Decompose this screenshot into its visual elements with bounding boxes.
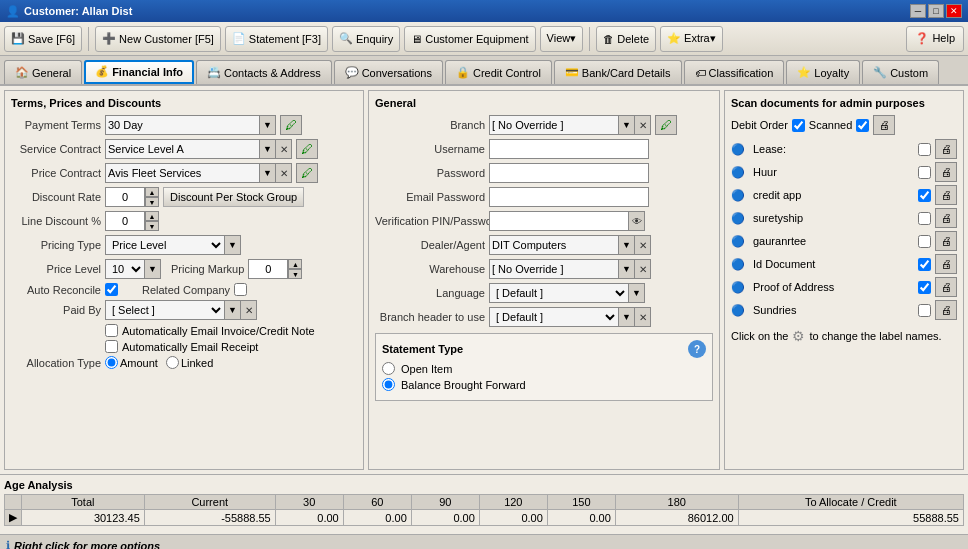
discount-rate-down[interactable]: ▼ bbox=[145, 197, 159, 207]
id-document-checkbox[interactable] bbox=[918, 258, 931, 271]
tab-contacts[interactable]: 📇 Contacts & Address bbox=[196, 60, 332, 84]
email-password-input[interactable] bbox=[489, 187, 649, 207]
open-item-radio[interactable] bbox=[382, 362, 395, 375]
maximize-btn[interactable]: □ bbox=[928, 4, 944, 18]
pricing-type-select[interactable]: Price Level bbox=[105, 235, 225, 255]
amount-radio[interactable] bbox=[105, 356, 118, 369]
pricing-markup-input[interactable] bbox=[248, 259, 288, 279]
line-discount-down[interactable]: ▼ bbox=[145, 221, 159, 231]
dealer-agent-clear[interactable]: ✕ bbox=[635, 235, 651, 255]
branch-header-select[interactable]: [ Default ] bbox=[489, 307, 619, 327]
view-button[interactable]: View▾ bbox=[540, 26, 584, 52]
help-btn[interactable]: ? bbox=[688, 340, 706, 358]
paid-by-select[interactable]: [ Select ] bbox=[105, 300, 225, 320]
service-contract-input[interactable]: Service Level A bbox=[105, 139, 260, 159]
paid-by-dropdown[interactable]: ▼ bbox=[225, 300, 241, 320]
tab-credit-control[interactable]: 🔒 Credit Control bbox=[445, 60, 552, 84]
price-contract-edit-btn[interactable]: 🖊 bbox=[296, 163, 318, 183]
lease-scan-btn[interactable]: 🖨 bbox=[935, 139, 957, 159]
lease-checkbox[interactable] bbox=[918, 143, 931, 156]
sundries-checkbox[interactable] bbox=[918, 304, 931, 317]
balance-forward-radio[interactable] bbox=[382, 378, 395, 391]
auto-email-invoice-checkbox[interactable] bbox=[105, 324, 118, 337]
price-contract-dropdown[interactable]: ▼ bbox=[260, 163, 276, 183]
price-level-dropdown[interactable]: ▼ bbox=[145, 259, 161, 279]
tab-classification[interactable]: 🏷 Classification bbox=[684, 60, 785, 84]
username-input[interactable] bbox=[489, 139, 649, 159]
tab-custom[interactable]: 🔧 Custom bbox=[862, 60, 939, 84]
line-discount-input[interactable] bbox=[105, 211, 145, 231]
gauranrtee-scan-btn[interactable]: 🖨 bbox=[935, 231, 957, 251]
service-contract-dropdown[interactable]: ▼ bbox=[260, 139, 276, 159]
save-button[interactable]: 💾 Save [F6] bbox=[4, 26, 82, 52]
pricing-markup-down[interactable]: ▼ bbox=[288, 269, 302, 279]
price-contract-clear[interactable]: ✕ bbox=[276, 163, 292, 183]
tab-financial[interactable]: 💰 Financial Info bbox=[84, 60, 194, 84]
statement-button[interactable]: 📄 Statement [F3] bbox=[225, 26, 328, 52]
password-input[interactable] bbox=[489, 163, 649, 183]
enquiry-button[interactable]: 🔍 Enquiry bbox=[332, 26, 400, 52]
verification-pin-input[interactable] bbox=[489, 211, 629, 231]
branch-input[interactable] bbox=[489, 115, 619, 135]
proof-address-scan-btn[interactable]: 🖨 bbox=[935, 277, 957, 297]
suretyship-scan-btn[interactable]: 🖨 bbox=[935, 208, 957, 228]
suretyship-checkbox[interactable] bbox=[918, 212, 931, 225]
tab-conversations[interactable]: 💬 Conversations bbox=[334, 60, 443, 84]
tab-bank-card[interactable]: 💳 Bank/Card Details bbox=[554, 60, 682, 84]
extra-button[interactable]: ⭐ Extra▾ bbox=[660, 26, 723, 52]
debit-scanned-checkbox[interactable] bbox=[856, 119, 869, 132]
pricing-markup-up[interactable]: ▲ bbox=[288, 259, 302, 269]
debit-order-checkbox[interactable] bbox=[792, 119, 805, 132]
payment-terms-input[interactable]: 30 Day bbox=[105, 115, 260, 135]
paid-by-clear[interactable]: ✕ bbox=[241, 300, 257, 320]
payment-terms-edit-btn[interactable]: 🖊 bbox=[280, 115, 302, 135]
related-company-checkbox[interactable] bbox=[234, 283, 247, 296]
warehouse-clear[interactable]: ✕ bbox=[635, 259, 651, 279]
sundries-scan-btn[interactable]: 🖨 bbox=[935, 300, 957, 320]
warehouse-input[interactable] bbox=[489, 259, 619, 279]
auto-reconcile-checkbox[interactable] bbox=[105, 283, 118, 296]
linked-radio[interactable] bbox=[166, 356, 179, 369]
discount-per-stock-btn[interactable]: Discount Per Stock Group bbox=[163, 187, 304, 207]
dealer-agent-dropdown[interactable]: ▼ bbox=[619, 235, 635, 255]
language-dropdown[interactable]: ▼ bbox=[629, 283, 645, 303]
delete-button[interactable]: 🗑 Delete bbox=[596, 26, 656, 52]
linked-radio-label[interactable]: Linked bbox=[166, 356, 213, 369]
gear-icon[interactable]: ⚙ bbox=[792, 328, 805, 344]
service-contract-clear[interactable]: ✕ bbox=[276, 139, 292, 159]
price-level-select[interactable]: 10 bbox=[105, 259, 145, 279]
auto-email-receipt-checkbox[interactable] bbox=[105, 340, 118, 353]
service-contract-edit-btn[interactable]: 🖊 bbox=[296, 139, 318, 159]
verification-pin-show[interactable]: 👁 bbox=[629, 211, 645, 231]
branch-dropdown[interactable]: ▼ bbox=[619, 115, 635, 135]
price-contract-input[interactable]: Avis Fleet Services bbox=[105, 163, 260, 183]
gauranrtee-checkbox[interactable] bbox=[918, 235, 931, 248]
close-btn[interactable]: ✕ bbox=[946, 4, 962, 18]
line-discount-up[interactable]: ▲ bbox=[145, 211, 159, 221]
huur-scan-btn[interactable]: 🖨 bbox=[935, 162, 957, 182]
debit-scan-btn[interactable]: 🖨 bbox=[873, 115, 895, 135]
discount-rate-input[interactable] bbox=[105, 187, 145, 207]
dealer-agent-input[interactable] bbox=[489, 235, 619, 255]
minimize-btn[interactable]: ─ bbox=[910, 4, 926, 18]
payment-terms-dropdown[interactable]: ▼ bbox=[260, 115, 276, 135]
language-select[interactable]: [ Default ] bbox=[489, 283, 629, 303]
credit-app-checkbox[interactable] bbox=[918, 189, 931, 202]
id-document-scan-btn[interactable]: 🖨 bbox=[935, 254, 957, 274]
discount-rate-up[interactable]: ▲ bbox=[145, 187, 159, 197]
amount-radio-label[interactable]: Amount bbox=[105, 356, 158, 369]
tab-general[interactable]: 🏠 General bbox=[4, 60, 82, 84]
help-button[interactable]: ❓ Help bbox=[906, 26, 964, 52]
branch-header-clear[interactable]: ✕ bbox=[635, 307, 651, 327]
customer-equipment-button[interactable]: 🖥 Customer Equipment bbox=[404, 26, 535, 52]
new-customer-button[interactable]: ➕ New Customer [F5] bbox=[95, 26, 221, 52]
branch-clear[interactable]: ✕ bbox=[635, 115, 651, 135]
pricing-type-dropdown[interactable]: ▼ bbox=[225, 235, 241, 255]
huur-checkbox[interactable] bbox=[918, 166, 931, 179]
branch-header-dropdown[interactable]: ▼ bbox=[619, 307, 635, 327]
credit-app-scan-btn[interactable]: 🖨 bbox=[935, 185, 957, 205]
proof-address-checkbox[interactable] bbox=[918, 281, 931, 294]
warehouse-dropdown[interactable]: ▼ bbox=[619, 259, 635, 279]
tab-loyalty[interactable]: ⭐ Loyalty bbox=[786, 60, 860, 84]
branch-edit-btn[interactable]: 🖊 bbox=[655, 115, 677, 135]
